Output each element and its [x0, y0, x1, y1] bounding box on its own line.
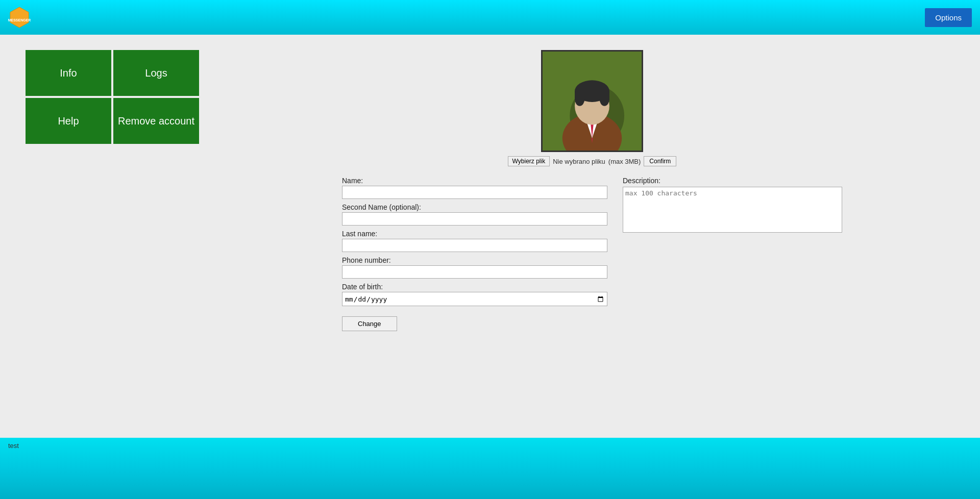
dob-label: Date of birth: — [342, 283, 607, 291]
help-button[interactable]: Help — [26, 98, 111, 144]
change-button[interactable]: Change — [342, 316, 397, 331]
last-name-field-group: Last name: — [342, 230, 607, 252]
name-input[interactable] — [342, 186, 607, 199]
avatar-svg — [543, 52, 642, 151]
header: MESSENGER Options — [0, 0, 980, 35]
options-button[interactable]: Options — [925, 8, 972, 27]
no-file-text: Nie wybrano pliku — [553, 158, 605, 165]
second-name-input[interactable] — [342, 212, 607, 226]
logo-container: MESSENGER — [8, 6, 31, 29]
max-size-text: (max 3MB) — [608, 158, 641, 165]
second-name-label: Second Name (optional): — [342, 203, 607, 211]
name-label: Name: — [342, 177, 607, 185]
confirm-upload-button[interactable]: Confirm — [644, 156, 676, 166]
bottom-bar: test — [0, 438, 980, 499]
form-fields-container: Name: Second Name (optional): Last name:… — [342, 177, 842, 331]
form-area: Wybierz plik Nie wybrano pliku (max 3MB)… — [204, 45, 980, 428]
last-name-label: Last name: — [342, 230, 607, 238]
remove-account-button[interactable]: Remove account — [113, 98, 199, 144]
description-textarea[interactable] — [623, 187, 842, 233]
svg-rect-13 — [575, 91, 609, 100]
name-field-group: Name: — [342, 177, 607, 199]
info-button[interactable]: Info — [26, 50, 111, 96]
file-upload-row: Wybierz plik Nie wybrano pliku (max 3MB)… — [508, 156, 677, 166]
footer-text: test — [8, 442, 19, 450]
nav-grid: Info Logs Help Remove account — [26, 50, 199, 144]
avatar-section: Wybierz plik Nie wybrano pliku (max 3MB)… — [508, 50, 677, 166]
main-content: Info Logs Help Remove account — [0, 35, 980, 438]
avatar-image — [541, 50, 643, 152]
sidebar: Info Logs Help Remove account — [0, 45, 204, 428]
second-name-field-group: Second Name (optional): — [342, 203, 607, 226]
phone-input[interactable] — [342, 265, 607, 279]
dob-field-group: Date of birth: — [342, 283, 607, 306]
dob-input[interactable] — [342, 292, 607, 306]
description-label: Description: — [623, 177, 842, 185]
logs-button[interactable]: Logs — [113, 50, 199, 96]
svg-text:MESSENGER: MESSENGER — [8, 18, 31, 22]
left-fields: Name: Second Name (optional): Last name:… — [342, 177, 607, 331]
choose-file-button[interactable]: Wybierz plik — [508, 156, 550, 166]
phone-field-group: Phone number: — [342, 256, 607, 279]
right-fields: Description: — [623, 177, 842, 331]
logo-icon: MESSENGER — [8, 6, 31, 29]
last-name-input[interactable] — [342, 239, 607, 252]
svg-marker-0 — [10, 7, 29, 28]
phone-label: Phone number: — [342, 256, 607, 264]
